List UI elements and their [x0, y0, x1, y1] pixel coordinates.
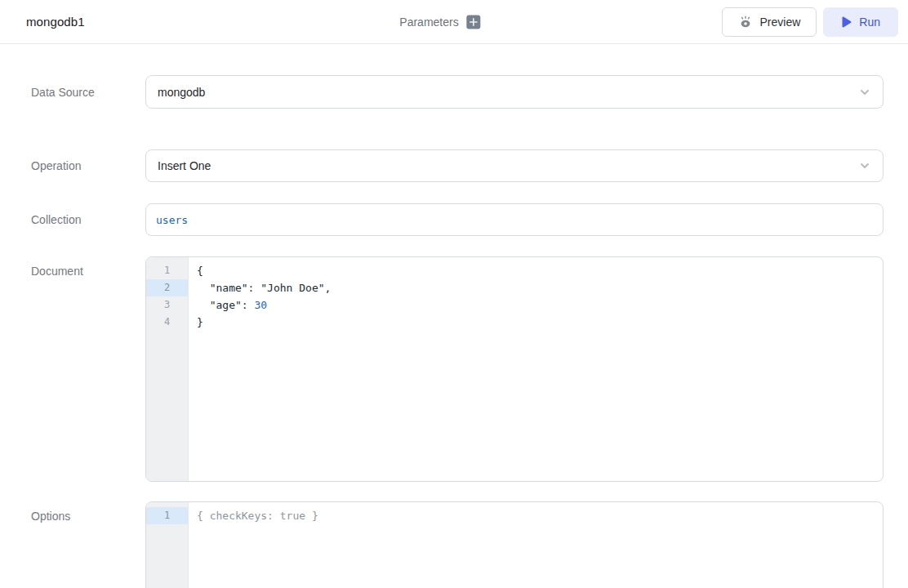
operation-select[interactable]: Insert One — [145, 149, 884, 182]
query-header: mongodb1 Parameters Preview Run — [0, 0, 908, 44]
options-row: Options 1 { checkKeys: true } — [31, 501, 884, 588]
data-source-label: Data Source — [31, 86, 145, 99]
line-number-active: 1 — [146, 507, 188, 524]
code-line: { checkKeys: true } — [197, 507, 883, 524]
chevron-down-icon — [858, 159, 871, 172]
code-line: "age": 30 — [197, 296, 883, 314]
code-line: { — [197, 262, 883, 279]
document-editor-gutter: 1 2 3 4 — [146, 257, 189, 481]
data-source-row: Data Source mongodb — [31, 75, 884, 109]
line-number: 1 — [146, 262, 188, 279]
code-line: } — [197, 314, 883, 331]
eye-icon — [738, 16, 753, 29]
play-icon — [841, 16, 852, 28]
parameters-label: Parameters — [399, 16, 458, 29]
line-number-active: 2 — [146, 279, 188, 296]
collection-value: users — [156, 214, 188, 226]
options-label: Options — [31, 501, 145, 588]
run-button-label: Run — [859, 16, 880, 29]
options-editor-gutter: 1 — [146, 502, 189, 588]
document-editor-code: { "name": "John Doe", "age": 30 } — [189, 257, 883, 481]
collection-row: Collection users — [31, 203, 884, 236]
chevron-down-icon — [858, 86, 871, 99]
header-actions: Preview Run — [722, 7, 898, 37]
collection-label: Collection — [31, 213, 145, 226]
run-button[interactable]: Run — [823, 7, 898, 37]
preview-button-label: Preview — [760, 16, 801, 29]
data-source-value: mongodb — [158, 86, 205, 99]
document-row: Document 1 2 3 4 { "name": "John Doe", "… — [31, 256, 884, 482]
document-editor[interactable]: 1 2 3 4 { "name": "John Doe", "age": 30 … — [145, 256, 884, 482]
line-number: 3 — [146, 296, 188, 314]
plus-icon — [470, 17, 478, 26]
query-form: Data Source mongodb Operation Insert One… — [0, 44, 908, 588]
document-label: Document — [31, 256, 145, 482]
query-title: mongodb1 — [26, 15, 85, 29]
options-editor[interactable]: 1 { checkKeys: true } — [145, 501, 884, 588]
operation-label: Operation — [31, 159, 145, 172]
line-number: 4 — [146, 314, 188, 331]
collection-input[interactable]: users — [145, 203, 884, 236]
preview-button[interactable]: Preview — [722, 7, 817, 37]
options-editor-code: { checkKeys: true } — [189, 502, 883, 588]
operation-row: Operation Insert One — [31, 149, 884, 182]
parameters-section: Parameters — [399, 15, 480, 29]
operation-value: Insert One — [158, 159, 211, 172]
data-source-select[interactable]: mongodb — [145, 75, 884, 109]
code-line: "name": "John Doe", — [197, 279, 883, 296]
add-parameter-button[interactable] — [467, 15, 481, 29]
